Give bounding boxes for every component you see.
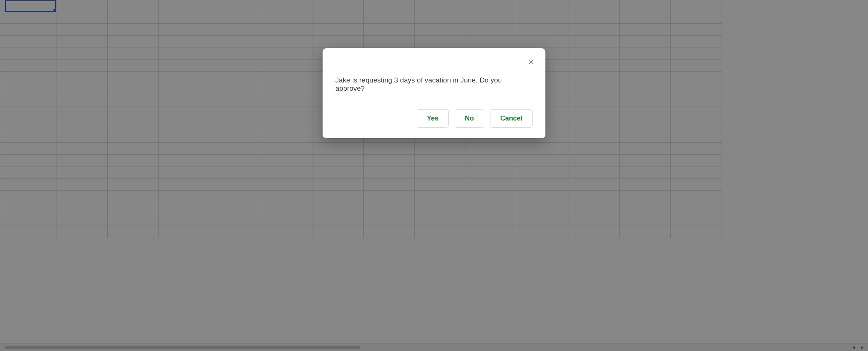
no-button[interactable]: No <box>455 109 484 128</box>
cancel-button[interactable]: Cancel <box>490 109 533 128</box>
dialog-message: Jake is requesting 3 days of vacation in… <box>335 76 533 93</box>
yes-button[interactable]: Yes <box>417 109 449 128</box>
dialog-button-row: Yes No Cancel <box>335 109 533 128</box>
close-icon[interactable] <box>525 56 537 68</box>
confirm-dialog: Jake is requesting 3 days of vacation in… <box>323 48 545 138</box>
modal-backdrop[interactable]: Jake is requesting 3 days of vacation in… <box>0 0 868 351</box>
